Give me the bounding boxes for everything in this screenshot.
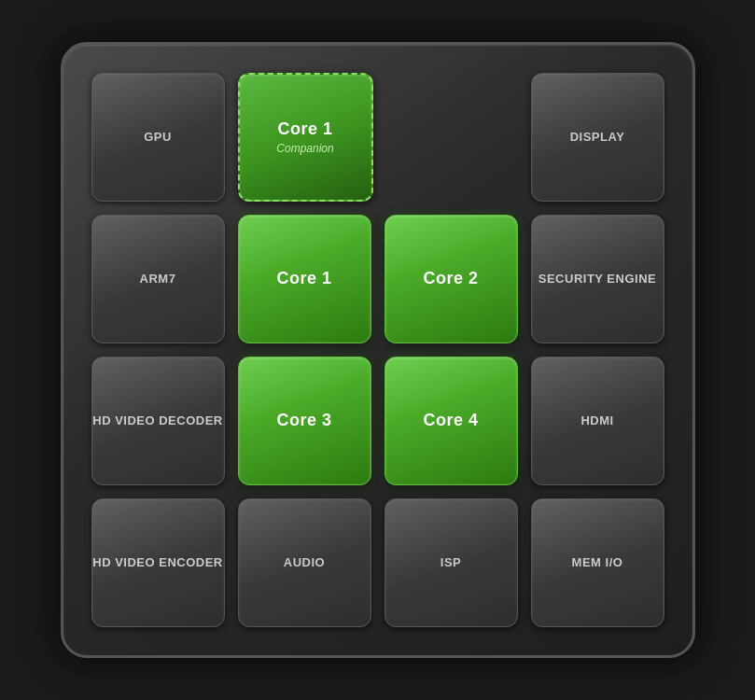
cell-empty1 [386,73,518,202]
cell-core4: Core 4 [384,357,518,485]
cell-isp: ISP [384,498,518,627]
cell-hd-video-encoder: HD VIDEO ENCODER [91,498,225,627]
cell-arm7: ARM7 [91,215,225,343]
cell-core3: Core 3 [238,357,371,485]
cell-label-audio: AUDIO [284,555,325,571]
cell-label-hd-video-encoder: HD VIDEO ENCODER [92,555,222,571]
cell-label-core2: Core 2 [423,268,478,289]
chip-diagram: GPUCore 1CompanionDISPLAYARM7Core 1Core … [61,42,695,658]
cell-hd-video-decoder: HD VIDEO DECODER [91,357,225,485]
cell-hdmi: HDMI [531,357,664,485]
cell-core1-companion: Core 1Companion [238,73,373,202]
chip-row-2: HD VIDEO DECODERCore 3Core 4HDMI [91,357,664,485]
cell-label-hd-video-decoder: HD VIDEO DECODER [92,413,222,429]
cell-label-isp: ISP [440,555,461,571]
cell-sublabel-core1-companion: Companion [276,142,333,157]
cell-gpu: GPU [91,73,225,202]
cell-label-hdmi: HDMI [580,413,613,429]
cell-label-core1-companion: Core 1 [277,119,332,140]
cell-label-gpu: GPU [144,130,172,146]
cell-mem-io: MEM I/O [531,498,664,627]
cell-label-core4: Core 4 [423,410,478,431]
cell-label-arm7: ARM7 [140,272,176,287]
cell-label-core1: Core 1 [276,268,331,289]
cell-label-core3: Core 3 [276,410,331,431]
cell-display: DISPLAY [531,73,664,202]
cell-security-engine: SECURITY ENGINE [531,215,664,343]
chip-row-0: GPUCore 1CompanionDISPLAY [91,73,664,202]
cell-core2: Core 2 [384,215,518,343]
chip-row-1: ARM7Core 1Core 2SECURITY ENGINE [91,215,664,343]
cell-label-display: DISPLAY [570,130,625,146]
cell-label-security-engine: SECURITY ENGINE [538,272,656,287]
cell-core1: Core 1 [238,215,371,343]
cell-label-mem-io: MEM I/O [572,555,623,571]
chip-row-3: HD VIDEO ENCODERAUDIOISPMEM I/O [91,498,664,627]
cell-audio: AUDIO [238,498,371,627]
